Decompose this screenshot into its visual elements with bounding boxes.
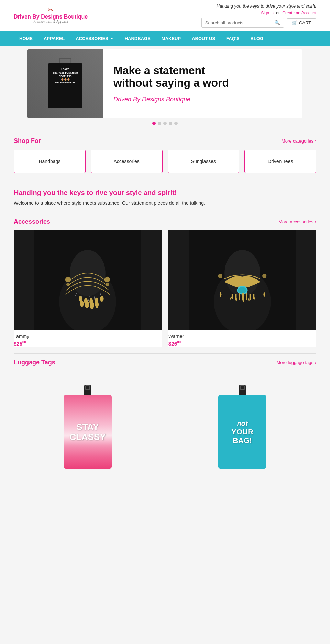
product-tammy-price: $2500 <box>14 340 162 347</box>
site-tagline: Handing you the keys to drive your style… <box>217 3 316 9</box>
tagline-section: Handing you the keys to rive your style … <box>14 189 316 206</box>
search-cart-row: 🔍 🛒 CART <box>201 18 316 28</box>
hero-dot-4[interactable] <box>169 122 172 125</box>
hero-dot-5[interactable] <box>174 122 178 125</box>
hero-wrapper: I BAKEBECAUSE PUNCHINGPEOPLE IS🎂🎂🎂FROWNE… <box>0 49 330 125</box>
svg-rect-23 <box>239 293 240 300</box>
luggage-blue-image: not YOUR BAG! <box>168 371 316 467</box>
nav-handbags[interactable]: HANDBAGS <box>119 31 156 46</box>
hero-dots <box>28 122 302 125</box>
hero-dot-3[interactable] <box>163 122 167 125</box>
product-tammy-image <box>14 230 162 330</box>
auth-links: Sign in or Create an Account <box>261 11 316 15</box>
svg-point-29 <box>262 274 266 278</box>
luggage-blue-tag: not YOUR BAG! <box>218 383 266 469</box>
svg-point-13 <box>104 277 110 283</box>
accessories-header: Accessories More accessories › <box>14 218 316 225</box>
svg-point-15 <box>106 283 109 286</box>
create-account-link[interactable]: Create an Account <box>282 11 316 15</box>
luggage-grid: STAY CLASSY not Y <box>14 371 316 467</box>
svg-point-12 <box>65 277 71 283</box>
category-grid: Handbags Accessories Sunglasses Driven T… <box>14 150 316 173</box>
divider-shop-for <box>14 132 316 132</box>
header-top: ✂ Driven By Designs Boutique Accessories… <box>0 0 330 31</box>
category-driven-tees[interactable]: Driven Tees <box>244 150 316 173</box>
nav-home[interactable]: HOME <box>14 31 38 46</box>
logo-title: Driven By Designs Boutique <box>14 14 88 20</box>
product-tammy-name: Tammy <box>14 334 162 339</box>
category-accessories[interactable]: Accessories <box>91 150 163 173</box>
cart-button[interactable]: 🛒 CART <box>287 18 316 27</box>
divider-accessories <box>14 213 316 213</box>
luggage-tags-title: Luggage Tags <box>14 359 55 366</box>
svg-point-11 <box>80 301 84 307</box>
logo[interactable]: ✂ Driven By Designs Boutique Accessories… <box>14 6 88 25</box>
more-accessories-link[interactable]: More accessories › <box>278 219 316 224</box>
logo-subtitle: Accessories & Apparel <box>33 20 68 24</box>
header-right: Handing you the keys to drive your style… <box>201 3 316 28</box>
svg-rect-21 <box>232 294 233 299</box>
category-sunglasses[interactable]: Sunglasses <box>168 150 240 173</box>
search-input[interactable] <box>202 18 271 27</box>
svg-point-20 <box>238 287 247 294</box>
search-box: 🔍 <box>201 18 284 28</box>
divider-luggage <box>14 353 316 354</box>
accessories-dropdown-arrow: ▼ <box>110 37 114 41</box>
hero-dot-2[interactable] <box>158 122 161 125</box>
scissors-icon: ✂ <box>48 6 53 14</box>
accessories-title: Accessories <box>14 218 50 225</box>
nav-bar: HOME APPAREL ACCESSORIES ▼ HANDBAGS MAKE… <box>0 31 330 46</box>
luggage-stay-classy[interactable]: STAY CLASSY <box>14 371 162 467</box>
nav-apparel[interactable]: APPAREL <box>38 31 70 46</box>
cart-icon: 🛒 <box>292 20 297 25</box>
more-luggage-link[interactable]: More luggage tags › <box>276 360 316 365</box>
hero-text-area: Make a statement without saying a word D… <box>103 49 302 118</box>
hero-image: I BAKEBECAUSE PUNCHINGPEOPLE IS🎂🎂🎂FROWNE… <box>28 49 103 118</box>
luggage-pink-tag: STAY CLASSY <box>64 383 112 469</box>
header: ✂ Driven By Designs Boutique Accessories… <box>0 0 330 46</box>
tammy-necklace-svg <box>14 230 162 330</box>
category-handbags[interactable]: Handbags <box>14 150 86 173</box>
svg-rect-25 <box>246 293 247 300</box>
nav-blog[interactable]: BLOG <box>245 31 269 46</box>
svg-point-7 <box>100 296 103 302</box>
auth-or: or <box>276 11 280 15</box>
cart-label: CART <box>299 20 311 25</box>
hero-banner: I BAKEBECAUSE PUNCHINGPEOPLE IS🎂🎂🎂FROWNE… <box>28 49 302 118</box>
accessories-product-grid: Tammy $2500 <box>14 230 316 347</box>
tagline-description: Welcome to a place where style meets sub… <box>14 200 316 206</box>
svg-point-28 <box>218 274 222 278</box>
more-categories-link[interactable]: More categories › <box>282 138 316 144</box>
nav-faqs[interactable]: FAQ'S <box>221 31 245 46</box>
nav-accessories[interactable]: ACCESSORIES ▼ <box>70 31 119 46</box>
signin-link[interactable]: Sign in <box>261 11 274 15</box>
main-content: Shop For More categories › Handbags Acce… <box>0 132 330 467</box>
product-warner-price: $2600 <box>168 340 316 347</box>
svg-point-9 <box>90 301 94 309</box>
luggage-pink-image: STAY CLASSY <box>14 371 162 467</box>
product-warner[interactable]: Warner $2600 <box>168 230 316 347</box>
product-warner-name: Warner <box>168 334 316 339</box>
search-button[interactable]: 🔍 <box>271 18 284 27</box>
nav-about-us[interactable]: ABOUT US <box>186 31 221 46</box>
warner-necklace-svg <box>168 230 316 330</box>
hero-headline: Make a statement without saying a word <box>113 65 292 89</box>
svg-point-14 <box>66 283 70 286</box>
product-tammy[interactable]: Tammy $2500 <box>14 230 162 347</box>
nav-makeup[interactable]: MAKEUP <box>156 31 186 46</box>
divider-tagline <box>14 182 316 182</box>
svg-point-8 <box>85 301 89 308</box>
luggage-not-your-bag[interactable]: not YOUR BAG! <box>168 371 316 467</box>
shop-for-title: Shop For <box>14 137 41 145</box>
hero-dot-1[interactable] <box>152 122 156 125</box>
svg-rect-26 <box>250 294 251 300</box>
luggage-tags-header: Luggage Tags More luggage tags › <box>14 359 316 366</box>
svg-point-10 <box>95 301 99 308</box>
tagline-title: Handing you the keys to rive your style … <box>14 189 316 197</box>
shop-for-header: Shop For More categories › <box>14 137 316 145</box>
hero-brand: Driven By Designs Boutique <box>113 96 292 103</box>
product-warner-image <box>168 230 316 330</box>
